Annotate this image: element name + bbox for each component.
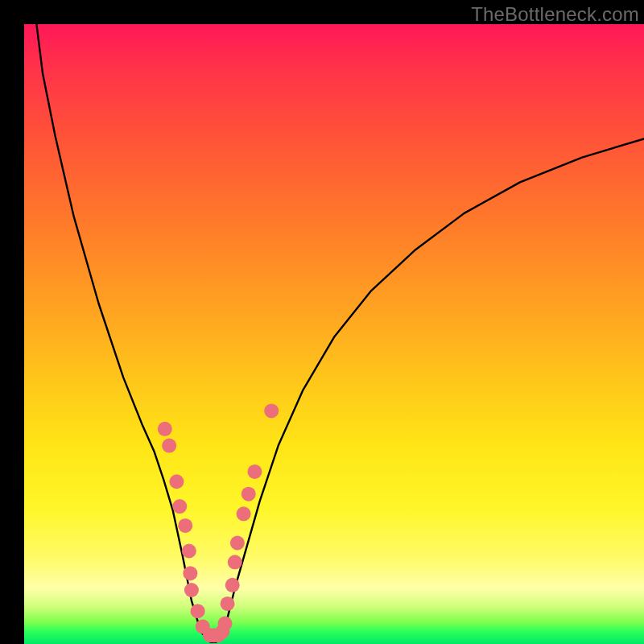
data-marker [158,422,172,436]
curve-line [36,24,644,642]
data-marker [184,583,199,597]
data-marker [221,597,235,611]
data-marker [172,499,187,514]
data-marker [228,555,242,569]
chart-svg [24,24,644,644]
data-marker [191,604,205,618]
watermark-label: TheBottleneck.com [471,3,639,26]
data-marker [182,544,196,559]
data-marker [169,474,184,489]
data-marker [178,518,192,533]
data-marker [162,439,176,453]
data-marker [217,617,232,631]
chart-container: TheBottleneck.com [0,0,644,644]
data-marker [183,566,197,580]
chart-plot-area [24,24,644,644]
data-marker [264,403,279,418]
data-marker [225,578,240,592]
data-marker [230,535,245,550]
data-marker [242,487,256,502]
data-marker [247,464,262,479]
data-marker [237,506,251,521]
